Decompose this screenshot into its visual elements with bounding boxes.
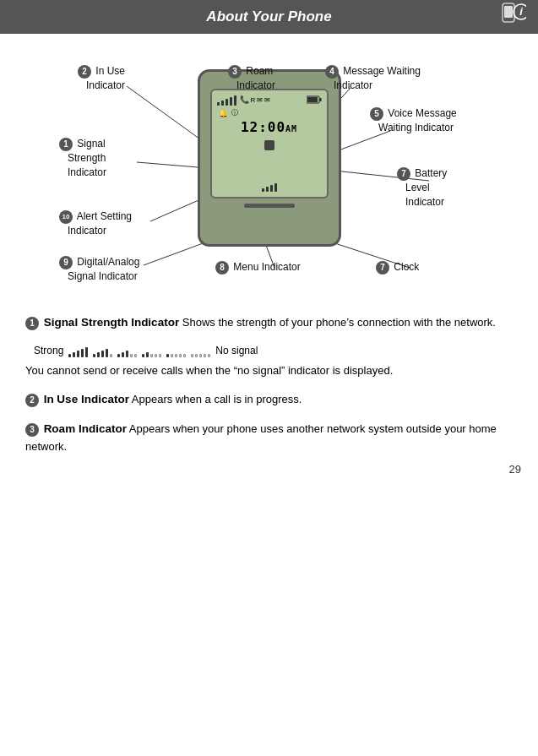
signal-bar-row: Strong No signal: [34, 344, 513, 357]
section-callout-2: 2: [25, 394, 39, 407]
page-number: 29: [509, 463, 521, 476]
message-waiting-icon: ✉: [257, 96, 263, 104]
section-signal-strength: 1 Signal Strength Indicator Shows the st…: [25, 314, 513, 332]
info-icon-small: ⓘ: [231, 108, 238, 117]
header-phone-icon: i: [496, 2, 526, 32]
signal-icon-0: [191, 344, 210, 357]
section-2-para: 2 In Use Indicator Appears when a call i…: [25, 391, 513, 409]
section-callout-1: 1: [25, 317, 39, 330]
signal-icon-4: [93, 344, 112, 357]
screen-bottom-indicator: [262, 183, 277, 192]
signal-icon-3: [117, 344, 137, 357]
roam-icon: R: [251, 96, 256, 104]
section-roam: 3 Roam Indicator Appears when your phone…: [25, 421, 513, 455]
label-message-waiting-text: Message Waiting Indicator: [325, 65, 421, 91]
signal-icon-1: [166, 344, 186, 357]
svg-rect-1: [504, 6, 513, 18]
page-title: About Your Phone: [206, 8, 331, 25]
label-battery: 7 Battery Level Indicator: [397, 166, 447, 209]
callout-7b: 7: [397, 167, 410, 181]
phone-screen: 📞 R ✉ ✉: [198, 69, 341, 247]
callout-2: 2: [78, 65, 91, 79]
section-callout-3: 3: [25, 423, 39, 437]
section-in-use: 2 In Use Indicator Appears when a call i…: [25, 391, 513, 409]
battery-icon: [307, 95, 322, 104]
screen-menu-row: [264, 140, 274, 150]
callout-3: 3: [228, 65, 242, 79]
section-3-para: 3 Roam Indicator Appears when your phone…: [25, 421, 513, 455]
signal-bars-icon: [217, 94, 236, 106]
screen-status-bar: 📞 R ✉ ✉: [215, 94, 323, 106]
label-clock-text: Clock: [394, 261, 419, 273]
bar4: [230, 97, 232, 106]
section-3-title: Roam Indicator: [44, 422, 127, 435]
svg-rect-16: [319, 98, 321, 101]
label-clock: 7 Clock: [376, 260, 419, 275]
label-menu-indicator-text: Menu Indicator: [233, 261, 300, 273]
svg-rect-15: [307, 97, 318, 102]
signal-icon-5: [68, 344, 88, 357]
callout-8: 8: [215, 261, 229, 275]
section-1-body-text: Shows the strength of your phone’s conne…: [182, 316, 496, 329]
section-2-title: In Use Indicator: [44, 393, 129, 405]
digital-signal-icon: [262, 183, 277, 192]
svg-text:i: i: [519, 5, 523, 18]
label-voice-message: 5 Voice Message Waiting Indicator: [370, 106, 457, 135]
diagram-area: 📞 R ✉ ✉: [25, 44, 513, 306]
voice-message-icon: ✉: [264, 96, 270, 104]
label-signal-strength: 1 Signal Strength Indicator: [59, 137, 106, 179]
no-signal-label: No signal: [215, 345, 258, 356]
bar3: [226, 99, 228, 106]
signal-icon-2: [142, 344, 161, 357]
screen-second-row: 🔔 ⓘ: [215, 108, 323, 117]
callout-10: 10: [59, 210, 73, 224]
label-roam: 3 Roam Indicator: [228, 64, 275, 93]
strong-label: Strong: [34, 345, 63, 356]
phone-bottom-bar: [244, 204, 295, 208]
in-use-icon: 📞: [240, 95, 249, 104]
callout-1: 1: [59, 138, 73, 151]
screen-clock-ampm: AM: [285, 124, 297, 133]
section-no-signal-note: You cannot send or receive calls when th…: [25, 362, 513, 379]
label-alert-setting: 10 Alert Setting Indicator: [59, 209, 132, 238]
screen-right-icons: [307, 95, 322, 104]
screen-left-icons: 📞 R ✉ ✉: [217, 94, 271, 106]
bar2: [221, 101, 224, 106]
screen-clock: 12:00AM: [241, 119, 297, 135]
no-signal-note-text: You cannot send or receive calls when th…: [25, 362, 513, 379]
callout-clock: 7: [376, 261, 389, 275]
phone-screen-display: 📞 R ✉ ✉: [210, 89, 329, 199]
bar1: [217, 102, 220, 106]
page-header: About Your Phone i: [0, 0, 538, 34]
main-content: 📞 R ✉ ✉: [0, 34, 538, 484]
callout-4: 4: [325, 65, 339, 79]
bar5: [234, 95, 236, 106]
menu-indicator-box: [264, 140, 274, 150]
section-2-body: Appears when a call is in progress.: [132, 393, 302, 405]
label-digital-analog: 9 Digital/Analog Signal Indicator: [59, 255, 139, 284]
section-1-title: Signal Strength Indicator: [44, 316, 180, 329]
section-1-para: 1 Signal Strength Indicator Shows the st…: [25, 314, 513, 332]
alert-icon: 🔔: [219, 109, 228, 117]
callout-5: 5: [370, 107, 383, 121]
label-menu-indicator: 8 Menu Indicator: [215, 260, 301, 275]
label-message-waiting: 4 Message Waiting Indicator: [325, 64, 421, 93]
label-in-use: 2 In Use Indicator: [78, 64, 125, 93]
callout-9: 9: [59, 256, 73, 269]
